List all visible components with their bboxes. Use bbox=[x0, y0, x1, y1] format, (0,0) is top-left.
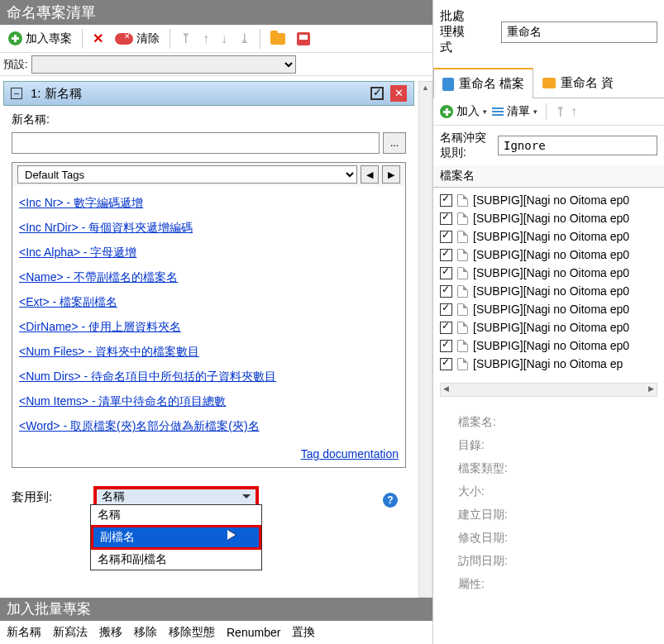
folder-icon bbox=[542, 78, 556, 88]
arrow-up-icon[interactable]: ↑ bbox=[571, 104, 577, 119]
arrow-down-double-icon[interactable]: ⤓ bbox=[234, 28, 255, 49]
apply-to-option-ext[interactable]: 副檔名 bbox=[91, 525, 261, 550]
conflict-rule-input[interactable] bbox=[498, 136, 657, 155]
tags-group: Default Tags ◀ ▶ <Inc Nr> - 數字編碼遞增 <Inc … bbox=[12, 162, 406, 468]
add-project-label: 加入專案 bbox=[26, 31, 72, 46]
clear-label: 清除 bbox=[136, 31, 160, 46]
file-name: [SUBPIG][Nagi no Oitoma ep0 bbox=[473, 230, 629, 243]
tag-link[interactable]: <Inc Nr> - 數字編碼遞增 bbox=[19, 196, 143, 209]
meta-attributes: 屬性: bbox=[458, 572, 639, 595]
open-folder-button[interactable] bbox=[265, 31, 290, 47]
add-files-menu[interactable]: 加入 ▾ bbox=[440, 104, 487, 119]
item-checkbox[interactable] bbox=[440, 194, 452, 207]
apply-to-option-both[interactable]: 名稱和副檔名 bbox=[91, 550, 261, 570]
apply-to-option-name[interactable]: 名稱 bbox=[91, 505, 261, 525]
list-item[interactable]: [SUBPIG][Nagi no Oitoma ep0 bbox=[433, 264, 664, 282]
item-checkbox[interactable] bbox=[440, 249, 452, 261]
arrow-down-icon[interactable]: ↓ bbox=[216, 29, 232, 49]
tags-category-select[interactable]: Default Tags bbox=[17, 165, 357, 184]
footer-menu-item[interactable]: 置換 bbox=[292, 625, 315, 640]
list-item[interactable]: [SUBPIG][Nagi no Oitoma ep0 bbox=[433, 246, 664, 264]
file-icon bbox=[457, 194, 468, 207]
file-icon bbox=[457, 267, 468, 279]
item-checkbox[interactable] bbox=[440, 212, 452, 225]
meta-filetype: 檔案類型: bbox=[458, 456, 639, 479]
apply-to-selected: 名稱 bbox=[102, 489, 125, 504]
tag-link[interactable]: <Ext> - 檔案副檔名 bbox=[19, 295, 117, 308]
file-name: [SUBPIG][Nagi no Oitoma ep0 bbox=[473, 321, 629, 334]
list-item[interactable]: [SUBPIG][Nagi no Oitoma ep0 bbox=[433, 227, 664, 246]
file-name: [SUBPIG][Nagi no Oitoma ep0 bbox=[473, 303, 629, 316]
batch-mode-input[interactable] bbox=[501, 21, 657, 43]
tags-next-button[interactable]: ▶ bbox=[382, 165, 400, 184]
preset-label: 預設: bbox=[3, 57, 28, 72]
browse-button[interactable]: ... bbox=[383, 132, 406, 154]
item-checkbox[interactable] bbox=[440, 322, 452, 334]
file-name: [SUBPIG][Nagi no Oitoma ep0 bbox=[473, 284, 629, 298]
list-label: 清單 bbox=[507, 104, 530, 119]
list-item[interactable]: [SUBPIG][Nagi no Oitoma ep bbox=[433, 355, 664, 373]
collapse-button[interactable]: – bbox=[11, 88, 22, 99]
project-header: – 1: 新名稱 ✕ bbox=[3, 81, 414, 106]
project-close-button[interactable]: ✕ bbox=[390, 85, 407, 102]
list-item[interactable]: [SUBPIG][Nagi no Oitoma ep0 bbox=[433, 209, 664, 227]
list-menu[interactable]: 清單 ▾ bbox=[492, 104, 537, 119]
tab-rename-files[interactable]: 重命名 檔案 bbox=[433, 68, 533, 98]
tag-link[interactable]: <Num Files> - 資料夾中的檔案數目 bbox=[19, 345, 199, 358]
tag-link[interactable]: <Inc NrDir> - 每個資料夾遞增編碼 bbox=[19, 221, 193, 234]
item-checkbox[interactable] bbox=[440, 358, 452, 370]
footer-menu-item[interactable]: 新名稱 bbox=[7, 625, 41, 640]
help-icon[interactable]: ? bbox=[383, 493, 398, 508]
item-checkbox[interactable] bbox=[440, 303, 452, 316]
file-icon bbox=[457, 231, 468, 243]
item-checkbox[interactable] bbox=[440, 285, 452, 298]
footer-menu-item[interactable]: 移除 bbox=[134, 625, 157, 640]
preset-select[interactable] bbox=[31, 55, 296, 74]
tag-documentation-link[interactable]: Tag documentation bbox=[301, 447, 399, 460]
add-label: 加入 bbox=[456, 104, 480, 119]
file-icon bbox=[442, 78, 454, 91]
clear-button[interactable]: 清除 bbox=[110, 29, 165, 49]
tag-link[interactable]: <Word> - 取原檔案(夾)名部分做為新檔案(夾)名 bbox=[19, 419, 260, 432]
project-enable-checkbox[interactable] bbox=[370, 87, 384, 100]
file-name: [SUBPIG][Nagi no Oitoma ep0 bbox=[473, 193, 629, 207]
arrow-up-double-icon[interactable]: ⤒ bbox=[175, 28, 196, 49]
tag-link[interactable]: <Inc Alpha> - 字母遞增 bbox=[19, 246, 136, 259]
tags-list: <Inc Nr> - 數字編碼遞增 <Inc NrDir> - 每個資料夾遞增編… bbox=[12, 186, 405, 444]
item-checkbox[interactable] bbox=[440, 267, 452, 279]
list-item[interactable]: [SUBPIG][Nagi no Oitoma ep0 bbox=[433, 282, 664, 300]
footer-menu-item[interactable]: 移除型態 bbox=[169, 625, 215, 640]
file-name: [SUBPIG][Nagi no Oitoma ep0 bbox=[473, 266, 629, 279]
vertical-scrollbar[interactable] bbox=[418, 81, 432, 598]
list-item[interactable]: [SUBPIG][Nagi no Oitoma ep0 bbox=[433, 318, 664, 336]
new-name-input[interactable] bbox=[12, 132, 380, 154]
remove-button[interactable]: ✕ bbox=[88, 28, 108, 49]
list-item[interactable]: [SUBPIG][Nagi no Oitoma ep0 bbox=[433, 336, 664, 355]
apply-to-label: 套用到: bbox=[12, 486, 52, 505]
separator bbox=[82, 29, 83, 49]
save-button[interactable] bbox=[292, 30, 315, 48]
tag-link[interactable]: <Num Dirs> - 待命名項目中所包括的子資料夾數目 bbox=[19, 370, 276, 383]
add-project-button[interactable]: 加入專案 bbox=[3, 29, 77, 49]
file-name: [SUBPIG][Nagi no Oitoma ep0 bbox=[473, 339, 629, 352]
tag-link[interactable]: <Num Items> - 清單中待命名的項目總數 bbox=[19, 394, 226, 408]
batch-mode-label: 批處理模式 bbox=[440, 8, 468, 55]
arrow-up-icon[interactable]: ↑ bbox=[198, 29, 214, 49]
item-checkbox[interactable] bbox=[440, 231, 452, 243]
footer-menu-item[interactable]: 新寫法 bbox=[53, 625, 88, 640]
tag-link[interactable]: <DirName> - 使用上層資料夾名 bbox=[19, 320, 181, 333]
apply-to-dropdown-list: 名稱 副檔名 名稱和副檔名 bbox=[90, 504, 262, 570]
list-item[interactable]: [SUBPIG][Nagi no Oitoma ep0 bbox=[433, 300, 664, 318]
tags-prev-button[interactable]: ◀ bbox=[361, 165, 379, 184]
plus-icon bbox=[8, 31, 22, 45]
list-item[interactable]: [SUBPIG][Nagi no Oitoma ep0 bbox=[433, 191, 664, 209]
footer-menu-item[interactable]: Renumber bbox=[227, 626, 280, 639]
horizontal-scrollbar[interactable] bbox=[440, 383, 657, 397]
file-icon bbox=[457, 249, 468, 261]
tag-link[interactable]: <Name> - 不帶副檔名的檔案名 bbox=[19, 270, 178, 284]
tab-rename-folders[interactable]: 重命名 資 bbox=[533, 67, 623, 98]
arrow-up-double-icon[interactable]: ⤒ bbox=[555, 104, 566, 120]
footer-menu-item[interactable]: 搬移 bbox=[99, 625, 122, 640]
batch-project-title: 加入批量專案 bbox=[0, 598, 432, 621]
item-checkbox[interactable] bbox=[440, 340, 452, 352]
